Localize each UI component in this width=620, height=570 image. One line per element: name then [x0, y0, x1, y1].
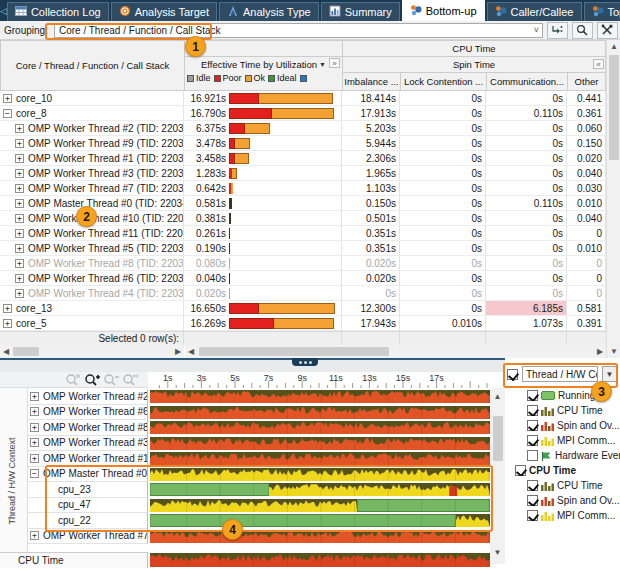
activity-track[interactable]: [150, 553, 490, 567]
scroll-down-icon[interactable]: ▼: [490, 546, 505, 559]
scroll-left-icon[interactable]: ◀: [185, 345, 197, 358]
grouping-select[interactable]: Core / Thread / Function / Call Stack ˅: [54, 23, 543, 38]
tree-hscrollbar[interactable]: ◀ ▶: [0, 345, 184, 358]
tab-summary[interactable]: Summary: [321, 2, 400, 21]
expand-icon[interactable]: +: [15, 169, 24, 178]
table-row[interactable]: +OMP Worker Thread #8 (TID: 220382)0.080…: [0, 256, 606, 271]
expand-icon[interactable]: +: [3, 319, 12, 328]
column-header-imbalance[interactable]: Imbalance ...: [342, 72, 401, 91]
panel-item-spin-and-ov-[interactable]: Spin and Ov...: [527, 420, 620, 431]
timeline-row-label[interactable]: +OMP Worker Thread #2 (...: [28, 389, 148, 405]
collapse-icon[interactable]: −: [3, 109, 12, 118]
column-header-communication[interactable]: Communication...: [486, 72, 568, 91]
timeline-row-track[interactable]: [150, 529, 490, 545]
timeline-cpu-time-track[interactable]: [150, 553, 490, 568]
grouping-settings-button[interactable]: [547, 22, 568, 39]
zoom-in-icon[interactable]: [84, 373, 100, 386]
expand-icon[interactable]: +: [3, 94, 12, 103]
tree-cell[interactable]: +OMP Worker Thread #8 (TID: 220382): [0, 256, 184, 270]
table-row[interactable]: +OMP Worker Thread #3 (TID: 220372)1.283…: [0, 166, 606, 181]
table-row[interactable]: −core_816.790s17.913s0s0.110s0.361: [0, 106, 606, 121]
splitter-handle-icon[interactable]: [292, 358, 318, 366]
checkbox[interactable]: [527, 480, 538, 491]
timeline-vscroll-thumb[interactable]: [493, 416, 503, 461]
tree-cell[interactable]: +OMP Worker Thread #1 (TID: 220369): [0, 151, 184, 165]
tree-cell[interactable]: +OMP Worker Thread #2 (TID: 220371): [0, 121, 184, 135]
table-row[interactable]: +OMP Worker Thread #5 (TID: 220376)0.190…: [0, 241, 606, 256]
band-selector-select[interactable]: Thread / H/W Context: [522, 366, 598, 382]
checkbox[interactable]: [515, 465, 526, 476]
tree-cell[interactable]: +core_13: [0, 301, 184, 315]
scroll-right-icon[interactable]: ▶: [172, 345, 184, 358]
activity-track[interactable]: [150, 406, 490, 419]
expand-icon[interactable]: +: [15, 154, 24, 163]
timeline-row-label[interactable]: +OMP Worker Thread #6 (...: [28, 405, 148, 421]
panel-item-mpi-comm-[interactable]: MPI Comm...: [527, 435, 620, 446]
tab-analysis-type[interactable]: Analysis Type: [219, 2, 319, 21]
grid-vscrollbar[interactable]: ▲ ▼: [606, 40, 620, 358]
expand-icon[interactable]: +: [30, 407, 39, 416]
tab-collection-log[interactable]: Collection Log: [7, 2, 109, 21]
timeline-row-track[interactable]: [150, 498, 490, 514]
timeline-row-track[interactable]: [150, 389, 490, 405]
tree-cell[interactable]: +OMP Worker Thread #9 (TID: 220384): [0, 136, 184, 150]
activity-track[interactable]: [150, 530, 490, 543]
column-header-effective-time[interactable]: Effective Time by Utilization▼ IdlePoorO…: [184, 56, 343, 91]
chevron-down-icon[interactable]: ▼: [602, 366, 617, 382]
timeline-row-label[interactable]: +OMP Worker Thread #7 (...: [28, 529, 148, 545]
tree-hscroll-thumb[interactable]: [13, 347, 39, 356]
table-row[interactable]: +OMP Worker Thread #11 (TID: 220388)0.26…: [0, 226, 606, 241]
expand-icon[interactable]: +: [15, 274, 24, 283]
timeline-vscrollbar[interactable]: ▲ ▼: [490, 388, 505, 564]
timeline-row-track[interactable]: [150, 467, 490, 483]
pane-splitter[interactable]: [0, 358, 505, 372]
scroll-left-icon[interactable]: ◀: [0, 345, 12, 358]
activity-track[interactable]: [150, 452, 490, 465]
panel-item-cpu-time[interactable]: CPU Time: [515, 465, 620, 476]
panel-item-cpu-time[interactable]: CPU Time: [527, 480, 620, 491]
expand-icon[interactable]: +: [15, 124, 24, 133]
tab-caller-callee[interactable]: Caller/Callee: [487, 2, 582, 21]
data-hscroll-thumb[interactable]: [199, 347, 389, 356]
time-ruler[interactable]: 1s3s5s7s9s11s13s15s17s: [148, 372, 490, 388]
expand-icon[interactable]: +: [15, 199, 24, 208]
tree-cell[interactable]: +core_10: [0, 91, 184, 105]
zoom-fit-icon[interactable]: [122, 373, 138, 386]
table-row[interactable]: +core_1316.650s12.300s0s6.185s0.581: [0, 301, 606, 316]
timeline-row-track[interactable]: [150, 420, 490, 436]
column-group-cpu-time[interactable]: CPU Time: [342, 40, 606, 57]
expand-icon[interactable]: +: [30, 531, 39, 540]
table-row[interactable]: +core_516.269s17.943s0.010s1.073s0.391: [0, 316, 606, 331]
expand-icon[interactable]: +: [15, 289, 24, 298]
scroll-up-icon[interactable]: ▲: [490, 390, 505, 403]
timeline-row-track[interactable]: [150, 451, 490, 467]
scroll-right-icon[interactable]: ▶: [594, 345, 606, 358]
tree-cell[interactable]: +OMP Worker Thread #3 (TID: 220372): [0, 166, 184, 180]
checkbox[interactable]: [527, 510, 538, 521]
grid-vscroll-thumb[interactable]: [609, 55, 619, 160]
tree-cell[interactable]: +OMP Worker Thread #4 (TID: 220375): [0, 286, 184, 300]
checkbox[interactable]: [527, 450, 538, 461]
tree-cell[interactable]: +core_5: [0, 316, 184, 330]
activity-track[interactable]: [150, 390, 490, 403]
table-row[interactable]: +OMP Worker Thread #7 (TID: 220381)0.642…: [0, 181, 606, 196]
checkbox[interactable]: [527, 390, 538, 401]
activity-track[interactable]: [150, 437, 490, 450]
activity-track[interactable]: [150, 421, 490, 434]
scroll-up-icon[interactable]: ▲: [607, 40, 620, 53]
table-row[interactable]: +OMP Worker Thread #6 (TID: 220379)0.040…: [0, 271, 606, 286]
expand-icon[interactable]: +: [15, 139, 24, 148]
checkbox[interactable]: [527, 435, 538, 446]
expand-column-icon[interactable]: »: [329, 58, 340, 68]
zoom-region-icon[interactable]: [65, 373, 81, 386]
timeline-row-label[interactable]: +OMP Worker Thread #8 (...: [28, 420, 148, 436]
zoom-out-icon[interactable]: [103, 373, 119, 386]
timeline-row-label[interactable]: cpu_47: [28, 498, 148, 514]
table-row[interactable]: +OMP Worker Thread #9 (TID: 220384)3.478…: [0, 136, 606, 151]
table-row[interactable]: +OMP Worker Thread #1 (TID: 220369)3.458…: [0, 151, 606, 166]
timeline-row-label[interactable]: cpu_23: [28, 482, 148, 498]
panel-item-cpu-time[interactable]: CPU Time: [527, 405, 620, 416]
table-row[interactable]: +OMP Worker Thread #2 (TID: 220371)6.375…: [0, 121, 606, 136]
tab-bottom-up[interactable]: Bottom-up: [402, 0, 485, 21]
expand-icon[interactable]: +: [30, 454, 39, 463]
